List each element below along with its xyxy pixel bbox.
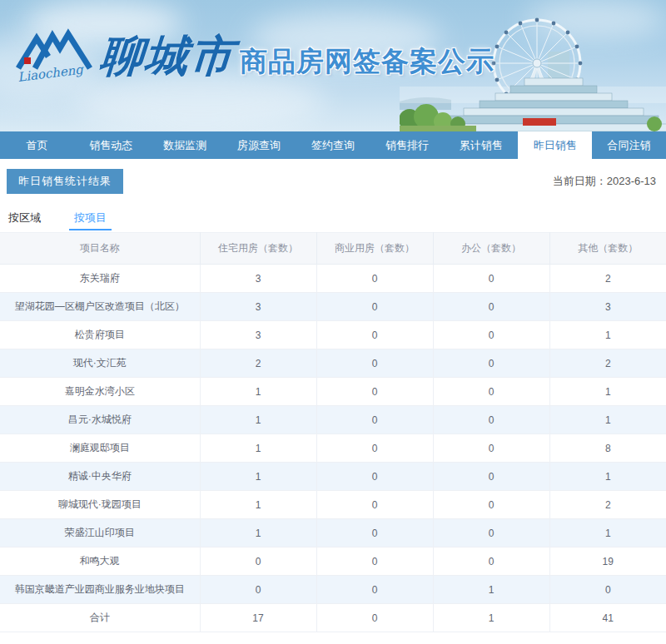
count-cell: 0 [433, 463, 549, 491]
nav-item-listing-search[interactable]: 房源查询 [222, 131, 296, 159]
project-name-cell: 现代·文汇苑 [0, 349, 200, 378]
count-cell: 1 [433, 576, 549, 604]
nav-item-total-sales[interactable]: 累计销售 [444, 131, 518, 159]
count-cell: 0 [316, 547, 433, 576]
count-cell: 41 [549, 604, 666, 632]
table-row: 韩国京畿道产业园商业服务业地块项目0010 [0, 576, 666, 604]
table-row: 东关瑞府3002 [0, 265, 666, 293]
count-cell: 0 [316, 463, 433, 491]
tab-by-region[interactable]: 按区域 [3, 211, 46, 230]
nav-item-sales-trends[interactable]: 销售动态 [74, 131, 148, 159]
table-row: 昌元·水城悦府1001 [0, 406, 666, 434]
nav-item-data-monitor[interactable]: 数据监测 [148, 131, 222, 159]
column-header: 项目名称 [0, 233, 200, 265]
count-cell: 1 [549, 321, 666, 349]
count-cell: 0 [433, 547, 549, 576]
count-cell: 1 [200, 378, 316, 406]
project-name-cell: 合计 [0, 604, 200, 632]
column-header: 住宅用房（套数） [200, 233, 316, 265]
nav-item-contract-cancel[interactable]: 合同注销 [592, 131, 666, 159]
column-header: 商业用房（套数） [316, 233, 433, 265]
current-date-label: 当前日期： [553, 175, 607, 187]
nav-item-contract-search[interactable]: 签约查询 [296, 131, 370, 159]
table-total-row: 合计170141 [0, 604, 666, 632]
count-cell: 3 [200, 321, 316, 349]
table-body: 东关瑞府3002望湖花园—区棚户区改造项目（北区）3003松贵府项目3001现代… [0, 265, 666, 632]
project-name-cell: 荣盛江山印项目 [0, 519, 200, 547]
project-name-cell: 韩国京畿道产业园商业服务业地块项目 [0, 576, 200, 604]
count-cell: 0 [316, 491, 433, 519]
project-name-cell: 嘉明金水湾小区 [0, 378, 200, 406]
count-cell: 1 [549, 463, 666, 491]
count-cell: 1 [549, 378, 666, 406]
project-name-cell: 和鸣大观 [0, 547, 200, 576]
count-cell: 0 [316, 576, 433, 604]
count-cell: 0 [316, 378, 433, 406]
count-cell: 0 [433, 293, 549, 321]
count-cell: 0 [433, 349, 549, 378]
section-title-badge: 昨日销售统计结果 [7, 169, 123, 194]
table-row: 精诚·中央华府1001 [0, 463, 666, 491]
count-cell: 19 [549, 547, 666, 576]
column-header: 其他（套数） [549, 233, 666, 265]
count-cell: 1 [433, 604, 549, 632]
count-cell: 0 [433, 321, 549, 349]
project-name-cell: 聊城现代·珑园项目 [0, 491, 200, 519]
count-cell: 0 [433, 491, 549, 519]
count-cell: 0 [316, 406, 433, 434]
current-date: 当前日期：2023-6-13 [553, 174, 656, 189]
brand-city-name: 聊城市 [98, 34, 236, 77]
table-row: 嘉明金水湾小区1001 [0, 378, 666, 406]
count-cell: 0 [316, 349, 433, 378]
project-name-cell: 精诚·中央华府 [0, 463, 200, 491]
count-cell: 1 [200, 519, 316, 547]
table-row: 聊城现代·珑园项目1002 [0, 491, 666, 519]
count-cell: 0 [200, 547, 316, 576]
count-cell: 3 [549, 293, 666, 321]
count-cell: 2 [549, 265, 666, 293]
table-row: 荣盛江山印项目1001 [0, 519, 666, 547]
count-cell: 0 [433, 406, 549, 434]
count-cell: 3 [200, 265, 316, 293]
count-cell: 0 [200, 576, 316, 604]
count-cell: 1 [200, 406, 316, 434]
content-head: 昨日销售统计结果 当前日期：2023-6-13 [0, 159, 666, 199]
current-date-value: 2023-6-13 [607, 175, 656, 187]
project-name-cell: 松贵府项目 [0, 321, 200, 349]
table-row: 澜庭观邸项目1008 [0, 434, 666, 463]
count-cell: 0 [433, 265, 549, 293]
count-cell: 0 [316, 519, 433, 547]
count-cell: 0 [316, 604, 433, 632]
count-cell: 17 [200, 604, 316, 632]
count-cell: 2 [549, 349, 666, 378]
project-name-cell: 望湖花园—区棚户区改造项目（北区） [0, 293, 200, 321]
count-cell: 0 [433, 434, 549, 463]
project-name-cell: 澜庭观邸项目 [0, 434, 200, 463]
nav-item-yesterday-sales[interactable]: 昨日销售 [518, 131, 592, 159]
tab-by-project[interactable]: 按项目 [69, 211, 112, 230]
count-cell: 2 [549, 491, 666, 519]
nav-item-sales-ranking[interactable]: 销售排行 [370, 131, 444, 159]
logo-script-text: Liaocheng [17, 62, 86, 85]
count-cell: 0 [433, 519, 549, 547]
count-cell: 0 [316, 321, 433, 349]
project-name-cell: 东关瑞府 [0, 265, 200, 293]
count-cell: 8 [549, 434, 666, 463]
main-nav: 首页销售动态数据监测房源查询签约查询销售排行累计销售昨日销售合同注销 [0, 131, 666, 159]
count-cell: 2 [200, 349, 316, 378]
count-cell: 0 [316, 434, 433, 463]
count-cell: 0 [316, 293, 433, 321]
yesterday-sales-table: 项目名称住宅用房（套数）商业用房（套数）办公（套数）其他（套数） 东关瑞府300… [0, 232, 666, 632]
header-banner: Liaocheng 聊城市 商品房网签备案公示 [0, 0, 666, 131]
nav-item-home[interactable]: 首页 [0, 131, 74, 159]
project-name-cell: 昌元·水城悦府 [0, 406, 200, 434]
table-row: 望湖花园—区棚户区改造项目（北区）3003 [0, 293, 666, 321]
table-row: 现代·文汇苑2002 [0, 349, 666, 378]
site-title: 商品房网签备案公示 [240, 43, 495, 81]
count-cell: 1 [200, 463, 316, 491]
view-tabs: 按区域按项目 [0, 199, 666, 230]
count-cell: 1 [200, 491, 316, 519]
count-cell: 0 [316, 265, 433, 293]
table-row: 松贵府项目3001 [0, 321, 666, 349]
count-cell: 0 [549, 576, 666, 604]
